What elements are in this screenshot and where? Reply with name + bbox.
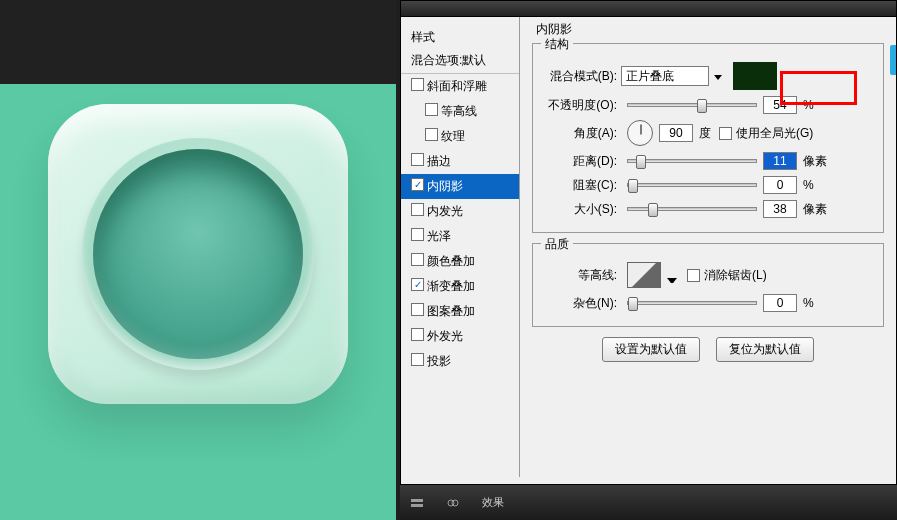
noise-unit: % <box>803 296 814 310</box>
style-checkbox[interactable] <box>411 203 424 216</box>
style-checkbox[interactable] <box>425 103 438 116</box>
style-item-label: 渐变叠加 <box>427 279 475 293</box>
style-item-label: 斜面和浮雕 <box>427 79 487 93</box>
style-checkbox[interactable] <box>411 228 424 241</box>
antialias-checkbox[interactable] <box>687 269 700 282</box>
blending-options-item[interactable]: 混合选项:默认 <box>401 48 519 74</box>
choke-label: 阻塞(C): <box>541 177 621 194</box>
angle-unit: 度 <box>699 125 711 142</box>
shadow-color-swatch[interactable] <box>733 62 777 90</box>
style-item-9[interactable]: 图案叠加 <box>401 299 519 324</box>
global-light-label: 使用全局光(G) <box>736 125 813 142</box>
svg-rect-1 <box>411 504 423 507</box>
style-item-6[interactable]: 光泽 <box>401 224 519 249</box>
quality-group: 品质 等高线: 消除锯齿(L) 杂色(N): % <box>532 243 884 327</box>
style-item-0[interactable]: 斜面和浮雕 <box>401 74 519 99</box>
canvas-area <box>0 0 396 520</box>
style-item-label: 等高线 <box>441 104 477 118</box>
distance-unit: 像素 <box>803 153 827 170</box>
style-checkbox[interactable] <box>411 78 424 91</box>
choke-input[interactable] <box>763 176 797 194</box>
style-item-label: 内阴影 <box>427 179 463 193</box>
structure-title: 结构 <box>541 36 573 53</box>
chevron-down-icon[interactable] <box>667 268 677 283</box>
reset-default-button[interactable]: 复位为默认值 <box>716 337 814 362</box>
style-item-label: 纹理 <box>441 129 465 143</box>
canvas-dark-top <box>0 0 396 84</box>
style-item-label: 内发光 <box>427 204 463 218</box>
angle-input[interactable] <box>659 124 693 142</box>
size-slider[interactable] <box>627 207 757 211</box>
noise-label: 杂色(N): <box>541 295 621 312</box>
blending-options-label: 混合选项:默认 <box>411 53 486 67</box>
style-item-3[interactable]: 描边 <box>401 149 519 174</box>
style-item-1[interactable]: 等高线 <box>401 99 519 124</box>
noise-input[interactable] <box>763 294 797 312</box>
svg-point-3 <box>452 500 458 506</box>
style-item-label: 图案叠加 <box>427 304 475 318</box>
style-checkbox[interactable] <box>411 178 424 191</box>
opacity-label: 不透明度(O): <box>541 97 621 114</box>
dialog-titlebar[interactable] <box>401 1 896 17</box>
bottom-status-bar: 效果 <box>400 485 897 520</box>
svg-rect-0 <box>411 499 423 502</box>
style-checkbox[interactable] <box>411 253 424 266</box>
distance-label: 距离(D): <box>541 153 621 170</box>
style-checkbox[interactable] <box>411 278 424 291</box>
chevron-down-icon[interactable] <box>710 67 726 87</box>
choke-slider[interactable] <box>627 183 757 187</box>
opacity-input[interactable] <box>763 96 797 114</box>
settings-panel: 内阴影 结构 混合模式(B): 正片叠底 不透明度(O): <box>520 17 896 477</box>
style-item-label: 外发光 <box>427 329 463 343</box>
global-light-checkbox[interactable] <box>719 127 732 140</box>
distance-slider[interactable] <box>627 159 757 163</box>
style-item-label: 描边 <box>427 154 451 168</box>
style-item-label: 投影 <box>427 354 451 368</box>
style-item-7[interactable]: 颜色叠加 <box>401 249 519 274</box>
size-label: 大小(S): <box>541 201 621 218</box>
fx-label[interactable]: 效果 <box>482 495 504 510</box>
blend-mode-value: 正片叠底 <box>626 68 674 85</box>
style-item-10[interactable]: 外发光 <box>401 324 519 349</box>
style-item-label: 颜色叠加 <box>427 254 475 268</box>
blend-mode-select[interactable]: 正片叠底 <box>621 66 709 86</box>
style-item-11[interactable]: 投影 <box>401 349 519 374</box>
link-icon[interactable] <box>446 496 460 510</box>
structure-group: 结构 混合模式(B): 正片叠底 不透明度(O): % <box>532 43 884 233</box>
style-checkbox[interactable] <box>411 153 424 166</box>
layer-style-dialog: 样式 混合选项:默认 斜面和浮雕等高线纹理描边内阴影内发光光泽颜色叠加渐变叠加图… <box>400 0 897 485</box>
style-checkbox[interactable] <box>425 128 438 141</box>
style-item-label: 光泽 <box>427 229 451 243</box>
right-edge-accent <box>890 45 896 75</box>
style-checkbox[interactable] <box>411 353 424 366</box>
opacity-unit: % <box>803 98 814 112</box>
icon-preview <box>48 104 348 404</box>
set-default-button[interactable]: 设置为默认值 <box>602 337 700 362</box>
noise-slider[interactable] <box>627 301 757 305</box>
style-checkbox[interactable] <box>411 303 424 316</box>
styles-list-panel: 样式 混合选项:默认 斜面和浮雕等高线纹理描边内阴影内发光光泽颜色叠加渐变叠加图… <box>401 17 520 477</box>
style-item-2[interactable]: 纹理 <box>401 124 519 149</box>
icon-inner-circle <box>93 149 303 359</box>
contour-picker[interactable] <box>627 262 661 288</box>
styles-header: 样式 <box>401 25 519 48</box>
size-unit: 像素 <box>803 201 827 218</box>
angle-dial[interactable] <box>627 120 653 146</box>
style-item-4[interactable]: 内阴影 <box>401 174 519 199</box>
distance-input[interactable] <box>763 152 797 170</box>
blend-mode-label: 混合模式(B): <box>541 68 621 85</box>
style-item-5[interactable]: 内发光 <box>401 199 519 224</box>
choke-unit: % <box>803 178 814 192</box>
style-checkbox[interactable] <box>411 328 424 341</box>
angle-label: 角度(A): <box>541 125 621 142</box>
style-item-8[interactable]: 渐变叠加 <box>401 274 519 299</box>
opacity-slider[interactable] <box>627 103 757 107</box>
contour-label: 等高线: <box>541 267 621 284</box>
antialias-label: 消除锯齿(L) <box>704 267 767 284</box>
quality-title: 品质 <box>541 236 573 253</box>
layers-icon[interactable] <box>410 496 424 510</box>
size-input[interactable] <box>763 200 797 218</box>
